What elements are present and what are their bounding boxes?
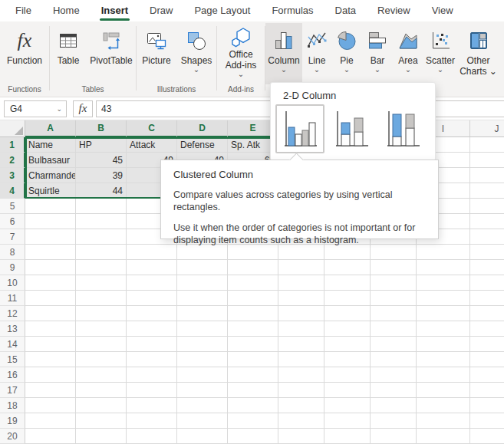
cell-A16[interactable] xyxy=(25,367,76,383)
cell-B6[interactable] xyxy=(76,214,127,229)
cell-D18[interactable] xyxy=(177,398,228,413)
cell-C10[interactable] xyxy=(127,275,177,291)
cell-B11[interactable] xyxy=(76,291,127,306)
cell-J1[interactable] xyxy=(470,137,504,153)
table-button[interactable]: Table xyxy=(50,23,87,84)
cell-F12[interactable] xyxy=(278,306,324,321)
menu-tab-data[interactable]: Data xyxy=(324,1,367,21)
row-header-13[interactable]: 13 xyxy=(0,321,25,337)
cell-H12[interactable] xyxy=(371,306,417,321)
cell-A13[interactable] xyxy=(25,321,76,337)
area-dropdown-chevron[interactable]: ⌄ xyxy=(405,66,411,75)
cell-H9[interactable] xyxy=(371,260,417,275)
insert-function-button[interactable]: fx xyxy=(73,100,93,117)
cell-D14[interactable] xyxy=(177,337,228,352)
cell-E13[interactable] xyxy=(228,321,278,337)
cell-D15[interactable] xyxy=(177,352,228,367)
cell-E10[interactable] xyxy=(228,275,278,291)
cell-B12[interactable] xyxy=(76,306,127,321)
cell-B4[interactable]: 44 xyxy=(76,183,127,199)
cell-A2[interactable]: Bulbasaur xyxy=(25,153,76,168)
cell-E8[interactable] xyxy=(228,245,278,260)
cell-J9[interactable] xyxy=(470,260,504,275)
cell-J13[interactable] xyxy=(470,321,504,337)
row-header-10[interactable]: 10 xyxy=(0,275,25,291)
column-chart-button[interactable]: Column ⌄ xyxy=(265,23,302,84)
cell-F9[interactable] xyxy=(278,260,324,275)
cell-H10[interactable] xyxy=(371,275,417,291)
menu-tab-page-layout[interactable]: Page Layout xyxy=(183,1,261,21)
cell-C9[interactable] xyxy=(127,260,177,275)
cell-D13[interactable] xyxy=(177,321,228,337)
pie-chart-button[interactable]: Pie ⌄ xyxy=(331,23,362,84)
cell-C20[interactable] xyxy=(127,429,177,444)
cell-E14[interactable] xyxy=(228,337,278,352)
cell-A8[interactable] xyxy=(25,245,76,260)
cell-I17[interactable] xyxy=(417,383,470,398)
cell-B1[interactable]: HP xyxy=(76,137,127,153)
cell-J10[interactable] xyxy=(470,275,504,291)
row-header-18[interactable]: 18 xyxy=(0,398,25,413)
cell-J7[interactable] xyxy=(470,229,504,245)
cell-B13[interactable] xyxy=(76,321,127,337)
cell-C8[interactable] xyxy=(127,245,177,260)
cell-F14[interactable] xyxy=(278,337,324,352)
menu-tab-file[interactable]: File xyxy=(5,1,42,21)
bar-dropdown-chevron[interactable]: ⌄ xyxy=(374,66,380,75)
cell-F19[interactable] xyxy=(278,413,324,429)
office-addins-dropdown-chevron[interactable]: ⌄ xyxy=(238,71,244,80)
cell-I19[interactable] xyxy=(417,413,470,429)
cell-D20[interactable] xyxy=(177,429,228,444)
cell-D12[interactable] xyxy=(177,306,228,321)
cell-D1[interactable]: Defense xyxy=(177,137,228,153)
cell-A1[interactable]: Name xyxy=(25,137,76,153)
row-header-2[interactable]: 2 xyxy=(0,153,25,168)
cell-G12[interactable] xyxy=(324,306,371,321)
function-button[interactable]: fx Function xyxy=(0,23,49,84)
cell-G17[interactable] xyxy=(324,383,371,398)
cell-A18[interactable] xyxy=(25,398,76,413)
row-header-5[interactable]: 5 xyxy=(0,199,25,214)
row-header-16[interactable]: 16 xyxy=(0,367,25,383)
cell-F20[interactable] xyxy=(278,429,324,444)
cell-A12[interactable] xyxy=(25,306,76,321)
cell-F18[interactable] xyxy=(278,398,324,413)
cell-J17[interactable] xyxy=(470,383,504,398)
cell-I9[interactable] xyxy=(417,260,470,275)
cell-H13[interactable] xyxy=(371,321,417,337)
cell-J8[interactable] xyxy=(470,245,504,260)
row-header-4[interactable]: 4 xyxy=(0,183,25,199)
name-box-chevron-icon[interactable]: ⌄ xyxy=(56,105,62,113)
cell-B20[interactable] xyxy=(76,429,127,444)
menu-tab-view[interactable]: View xyxy=(421,1,464,21)
cell-C11[interactable] xyxy=(127,291,177,306)
row-header-19[interactable]: 19 xyxy=(0,413,25,429)
row-header-9[interactable]: 9 xyxy=(0,260,25,275)
cell-E12[interactable] xyxy=(228,306,278,321)
cell-B15[interactable] xyxy=(76,352,127,367)
cell-E19[interactable] xyxy=(228,413,278,429)
menu-tab-draw[interactable]: Draw xyxy=(139,1,183,21)
name-box[interactable]: G4 ⌄ xyxy=(4,100,67,117)
area-chart-button[interactable]: Area ⌄ xyxy=(393,23,423,84)
cell-D16[interactable] xyxy=(177,367,228,383)
line-chart-button[interactable]: Line ⌄ xyxy=(302,23,331,84)
column-dropdown-chevron[interactable]: ⌄ xyxy=(281,66,287,75)
cell-H19[interactable] xyxy=(371,413,417,429)
scatter-chart-button[interactable]: Scatter ⌄ xyxy=(423,23,457,84)
cell-A5[interactable] xyxy=(25,199,76,214)
cell-I16[interactable] xyxy=(417,367,470,383)
cell-H20[interactable] xyxy=(371,429,417,444)
cell-B9[interactable] xyxy=(76,260,127,275)
bar-chart-button[interactable]: Bar ⌄ xyxy=(362,23,393,84)
cell-F17[interactable] xyxy=(278,383,324,398)
cell-G9[interactable] xyxy=(324,260,371,275)
cell-F11[interactable] xyxy=(278,291,324,306)
row-header-12[interactable]: 12 xyxy=(0,306,25,321)
row-header-17[interactable]: 17 xyxy=(0,383,25,398)
cell-I10[interactable] xyxy=(417,275,470,291)
cell-I18[interactable] xyxy=(417,398,470,413)
cell-I15[interactable] xyxy=(417,352,470,367)
cell-D10[interactable] xyxy=(177,275,228,291)
row-header-14[interactable]: 14 xyxy=(0,337,25,352)
